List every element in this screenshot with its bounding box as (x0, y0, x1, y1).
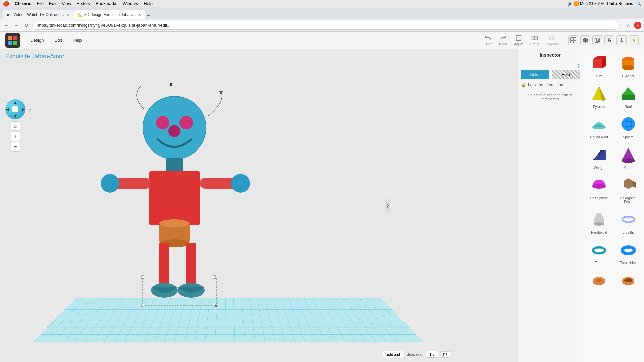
menu-help[interactable]: Help (144, 1, 153, 6)
menu-bookmarks[interactable]: Bookmarks (96, 1, 117, 6)
shape-hexagonal-prism[interactable]: Hexagonal Prism (615, 174, 642, 205)
svg-rect-42 (213, 276, 216, 278)
shape-cone[interactable]: Cone (615, 143, 642, 171)
zoom-out-button[interactable]: − (11, 142, 20, 152)
lock-icon: 🔒 (521, 83, 526, 87)
inspector-tabs: Color Hole (521, 70, 580, 79)
tinkercad-logo[interactable] (5, 33, 20, 48)
svg-rect-3 (535, 37, 537, 39)
shape-round-roof[interactable]: Round Roof (586, 113, 612, 140)
svg-rect-26 (166, 158, 183, 171)
adjust-action[interactable]: Adjust (514, 34, 523, 46)
panel-collapse-button[interactable]: ❯ (385, 199, 390, 212)
svg-point-80 (624, 278, 632, 282)
new-tab-button[interactable]: + (146, 12, 150, 19)
wireframe-view-button[interactable] (592, 35, 602, 45)
shape-sphere[interactable]: Sphere (615, 113, 642, 140)
menu-file[interactable]: File (37, 1, 44, 6)
menu-window[interactable]: Window (123, 1, 138, 6)
apple-menu[interactable]: 🍎 (3, 0, 9, 7)
edit-grid-button[interactable]: Edit grid (383, 351, 404, 358)
svg-point-23 (156, 116, 169, 129)
number-view-button[interactable]: 1 (616, 35, 627, 45)
svg-marker-54 (622, 87, 635, 95)
inspector-help-icon[interactable]: ? (577, 63, 580, 69)
tab-video[interactable]: ▶ Video | Watch TV Online | … ✕ (3, 10, 73, 19)
svg-point-30 (101, 174, 119, 193)
shape-cylinder[interactable]: Cylinder (615, 52, 642, 79)
shape-pyramid[interactable]: Pyramid (586, 82, 612, 110)
back-button[interactable]: ← (3, 21, 10, 29)
shape-icon-torus (589, 240, 609, 260)
shape-roof[interactable]: Roof (615, 82, 642, 110)
svg-point-32 (231, 174, 250, 193)
shape-label-sphere: Sphere (623, 135, 634, 139)
text-view-button[interactable]: A (604, 35, 614, 45)
cube-view-button[interactable] (580, 35, 590, 45)
help-hint[interactable]: ? (28, 108, 31, 113)
reload-button[interactable]: ↻ (23, 21, 30, 29)
inspector-hint: Select one shape to edit its parameters. (521, 90, 580, 104)
ungroup-action[interactable]: Ungroup (546, 34, 559, 46)
logo-t (8, 36, 12, 40)
shape-torus-thin[interactable]: Torus thin (615, 208, 642, 236)
tab-tinkercad[interactable]: 📐 3D design Exquisite Jaban… ✕ (73, 10, 145, 19)
snap-value-input[interactable] (426, 351, 438, 358)
menu-edit[interactable]: Edit (50, 36, 66, 45)
shape-extra-b[interactable] (615, 269, 642, 293)
view-cube[interactable]: ▲ ▼ ◀ ▶ (5, 99, 25, 119)
view-icons: A 1 ★ (568, 35, 639, 45)
grid-view-button[interactable] (568, 35, 578, 45)
shape-label-torus: Torus (595, 261, 603, 265)
snap-stepper[interactable]: ⬆⬇ (441, 351, 450, 358)
bookmark-button[interactable]: ☆ (625, 21, 632, 29)
menu-history[interactable]: History (76, 1, 90, 6)
shape-icon-sphere (618, 114, 638, 134)
shape-torus-thick[interactable]: Torus thick (615, 238, 642, 266)
forward-button[interactable]: → (13, 21, 20, 29)
lock-row: 🔒 Lock transformation (521, 83, 580, 87)
tab-favicon-tinkercad: 📐 (77, 12, 82, 17)
shape-icon-cone (618, 144, 638, 165)
group-action[interactable]: Group (530, 34, 539, 46)
redo-action[interactable]: Redo (499, 34, 507, 46)
shape-icon-roof (618, 83, 638, 104)
shape-label-roof: Roof (625, 105, 632, 109)
color-tab[interactable]: Color (521, 70, 549, 79)
browser-frame: ▶ Video | Watch TV Online | … ✕ 📐 3D des… (0, 7, 644, 32)
inspector-panel: Inspector ? Color Hole 🔒 Lock transforma… (517, 49, 583, 362)
shape-extra-a[interactable] (586, 269, 612, 293)
mac-menubar: 🍎 Chrome File Edit View History Bookmark… (0, 0, 644, 7)
menu-chrome[interactable]: Chrome (15, 1, 31, 6)
menu-view[interactable]: View (62, 1, 71, 6)
home-view-button[interactable]: ⌂ (11, 121, 20, 131)
menu-edit[interactable]: Edit (49, 1, 56, 6)
tab-close-video[interactable]: ✕ (66, 13, 69, 17)
app: Design Edit Help Undo Redo (0, 32, 644, 362)
shape-wedge[interactable]: Wedge (586, 143, 612, 171)
star-button[interactable]: ★ (629, 35, 639, 45)
tab-label-tinkercad: 3D design Exquisite Jaban… (84, 12, 136, 17)
shape-box[interactable]: Box (586, 52, 612, 79)
inspector-title: Inspector (518, 49, 583, 60)
svg-point-25 (168, 125, 180, 137)
shape-half-sphere[interactable]: Half Sphere (586, 174, 612, 205)
inspector-body: ? Color Hole 🔒 Lock transformation Selec… (518, 60, 583, 362)
menu-design[interactable]: Design (25, 36, 48, 45)
tab-close-tinkercad[interactable]: ✕ (138, 13, 141, 17)
address-box[interactable]: https://tinkercad.com/things/dy4gVe5U91l… (32, 21, 620, 30)
menu-help[interactable]: Help (68, 36, 87, 45)
profile-button[interactable]: ● (634, 22, 641, 29)
shape-icon-torus-thin (618, 209, 638, 229)
canvas-area[interactable]: Exquisite Jaban-Amur ▲ ▼ ◀ ▶ (0, 49, 517, 362)
svg-rect-27 (149, 171, 200, 225)
svg-rect-9 (574, 41, 576, 43)
main-content: Exquisite Jaban-Amur ▲ ▼ ◀ ▶ (0, 49, 644, 362)
undo-action[interactable]: Undo (484, 34, 492, 46)
shape-torus[interactable]: Torus (586, 238, 612, 266)
shape-paraboloid[interactable]: Paraboloid (586, 208, 612, 236)
zoom-in-button[interactable]: + (11, 132, 20, 141)
svg-marker-20 (169, 82, 173, 86)
shape-icon-hexagonal-prism (618, 175, 638, 195)
hole-tab[interactable]: Hole (552, 70, 580, 79)
